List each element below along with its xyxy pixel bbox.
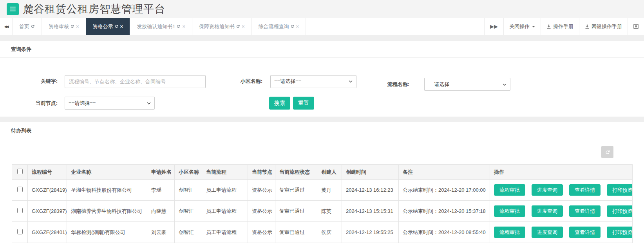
col-header-code: 流程编号 (28, 165, 67, 180)
tab-label: 资格审核 (49, 23, 69, 30)
print-preview-button[interactable]: 打印预览 (607, 227, 633, 238)
tab-label: 资格公示 (93, 23, 113, 30)
progress-query-button[interactable]: 进度查询 (532, 227, 563, 238)
tab-label: 首页 (19, 23, 29, 30)
double-chevron-right-icon: ▶▶ (490, 23, 498, 29)
query-panel-title: 查询条件 (0, 41, 644, 58)
tab-issue-confirmation-notice[interactable]: 发放确认通知书1 × (130, 18, 192, 35)
tab-label: 综合流程查询 (259, 23, 289, 30)
table-row: GXGZF(28397) 湖南德养营养生物科技有限公司 向晓慧 创智汇 员工申请… (12, 201, 633, 222)
flow-approve-button[interactable]: 流程审批 (494, 227, 525, 238)
col-header-remark: 备注 (399, 165, 490, 180)
search-button[interactable]: 搜索 (269, 97, 290, 110)
close-icon[interactable]: × (120, 23, 123, 29)
close-operations-dropdown[interactable]: 关闭操作 (503, 18, 541, 35)
current-node-label: 当前节点: (12, 100, 58, 107)
cell-code: GXGZF(28419) (28, 180, 67, 201)
print-preview-button[interactable]: 打印预览 (607, 184, 633, 196)
tab-label: 保障资格通知书 (199, 23, 235, 30)
col-header-ops: 操作 (490, 165, 633, 180)
close-icon[interactable]: × (242, 23, 245, 29)
cell-community: 创智汇 (175, 180, 202, 201)
tab-comprehensive-flow-query[interactable]: 综合流程查询 × (252, 18, 306, 35)
flow-name-label: 流程名称: (384, 81, 409, 88)
col-header-flow: 当前流程 (202, 165, 248, 180)
tabs-scroll-left-button[interactable]: ◀◀ (0, 18, 13, 35)
bank-manual-link[interactable]: 网银操作手册 (579, 18, 628, 35)
row-checkbox[interactable] (17, 208, 23, 213)
fullscreen-toggle-button[interactable] (628, 18, 644, 35)
cell-applicant: 刘云豪 (147, 222, 175, 243)
col-header-creator: 创建人 (317, 165, 342, 180)
current-node-select[interactable]: ==请选择== (65, 97, 155, 110)
col-header-applicant: 申请姓名 (147, 165, 175, 180)
bank-manual-label: 网银操作手册 (592, 23, 622, 30)
progress-query-button[interactable]: 进度查询 (532, 205, 563, 217)
flow-approve-button[interactable]: 流程审批 (494, 184, 525, 196)
cell-applicant: 李瑶 (147, 180, 175, 201)
cell-status: 复审已通过 (275, 180, 317, 201)
refresh-icon[interactable] (114, 24, 119, 29)
cell-created: 2024-12-12 19:55:25 (342, 222, 399, 243)
cell-node: 资格公示 (248, 201, 275, 222)
close-icon[interactable]: × (76, 23, 79, 29)
cell-flow: 员工申请流程 (202, 222, 248, 243)
cell-created: 2024-12-13 15:15:31 (342, 201, 399, 222)
tab-guarantee-qualification-notice[interactable]: 保障资格通知书 × (192, 18, 252, 35)
tab-qualification-review[interactable]: 资格审核 × (42, 18, 86, 35)
col-header-community: 小区名称 (175, 165, 202, 180)
col-header-node: 当前节点 (248, 165, 275, 180)
cell-code: GXGZF(28397) (28, 201, 67, 222)
reset-button[interactable]: 重置 (293, 97, 314, 110)
refresh-icon[interactable] (31, 24, 35, 29)
cell-company: 湖南德养营养生物科技有限公司 (67, 201, 147, 222)
col-header-company: 企业名称 (67, 165, 147, 180)
tabbar-spacer (306, 18, 484, 35)
cell-company: 圣湘生物科技股份有限公司 (67, 180, 147, 201)
view-details-button[interactable]: 查看详情 (569, 227, 601, 238)
download-icon (585, 24, 590, 29)
print-preview-button[interactable]: 打印预览 (607, 205, 633, 217)
chevron-down-icon (503, 83, 507, 86)
flow-name-select[interactable]: ==请选择== (424, 78, 510, 91)
community-select[interactable]: ==请选择== (270, 75, 356, 88)
cell-node: 资格公示 (248, 222, 275, 243)
cell-community: 创智汇 (175, 201, 202, 222)
table-row: GXGZF(28401) 华标检测(湖南)有限公司 刘云豪 创智汇 员工申请流程… (12, 222, 633, 243)
operation-manual-link[interactable]: 操作手册 (541, 18, 579, 35)
close-icon[interactable]: × (296, 23, 299, 29)
refresh-icon[interactable] (70, 24, 74, 29)
refresh-icon[interactable] (236, 24, 240, 29)
view-details-button[interactable]: 查看详情 (569, 205, 601, 217)
row-checkbox[interactable] (17, 187, 23, 192)
tab-qualification-publicity[interactable]: 资格公示 × (86, 18, 130, 35)
cell-creator: 侯庆 (317, 222, 342, 243)
view-details-button[interactable]: 查看详情 (569, 184, 601, 196)
tabs-scroll-right-button[interactable]: ▶▶ (484, 18, 503, 35)
keyword-label: 关键字: (12, 78, 58, 85)
cell-node: 资格公示 (248, 180, 275, 201)
flow-name-select-value: ==请选择== (428, 81, 455, 88)
cell-community: 创智汇 (175, 222, 202, 243)
current-node-select-value: ==请选择== (69, 100, 96, 107)
close-operations-label: 关闭操作 (509, 23, 530, 30)
caret-down-icon (532, 26, 535, 27)
progress-query-button[interactable]: 进度查询 (532, 184, 563, 196)
tab-home[interactable]: 首页 (13, 18, 42, 35)
cell-creator: 陈英 (317, 201, 342, 222)
flow-approve-button[interactable]: 流程审批 (494, 205, 525, 217)
menu-toggle-button[interactable] (7, 3, 19, 15)
todo-panel-title: 待办列表 (0, 122, 644, 139)
select-all-checkbox[interactable] (17, 169, 23, 174)
row-checkbox[interactable] (17, 229, 23, 234)
refresh-icon[interactable] (176, 24, 181, 29)
cell-creator: 黄丹 (317, 180, 342, 201)
operation-manual-label: 操作手册 (553, 23, 573, 30)
keyword-input[interactable] (65, 75, 206, 88)
refresh-icon[interactable] (290, 24, 295, 29)
close-icon[interactable]: × (182, 23, 185, 29)
hamburger-icon (10, 7, 16, 7)
cell-flow: 员工申请流程 (202, 180, 248, 201)
refresh-list-button[interactable] (601, 146, 613, 158)
double-chevron-left-icon: ◀◀ (4, 25, 8, 29)
